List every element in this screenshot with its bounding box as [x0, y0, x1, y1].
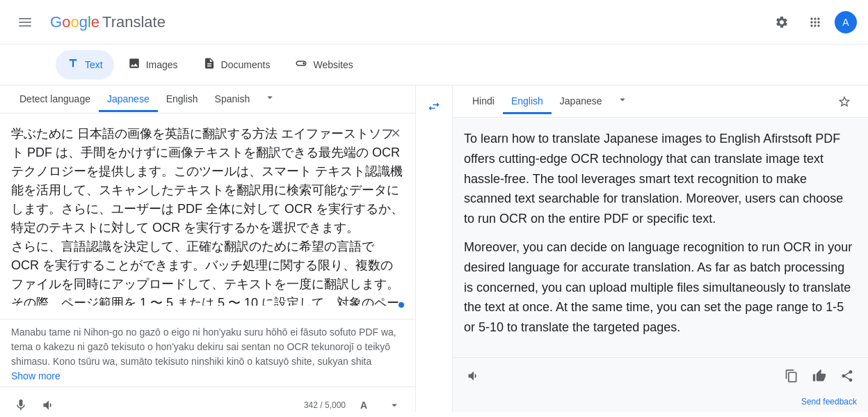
header-actions: A — [768, 8, 857, 36]
tab-text-label: Text — [85, 59, 103, 70]
japanese-source-btn[interactable]: Japanese — [99, 88, 158, 112]
output-toolbar — [453, 357, 868, 394]
transliteration-text: Manabu tame ni Nihon-go no gazō o eigo n… — [11, 326, 396, 367]
spanish-source-btn[interactable]: Spanish — [207, 88, 259, 112]
char-count: 342 / 5,000 — [304, 400, 346, 410]
apps-button[interactable] — [801, 8, 829, 36]
text-tab-icon — [67, 57, 79, 72]
transliteration-area: Manabu tame ni Nihon-go no gazō o eigo n… — [0, 319, 415, 386]
feedback-bar: Send feedback — [453, 394, 868, 412]
speaker-source-btn[interactable] — [36, 393, 61, 412]
target-lang-more-btn[interactable] — [613, 88, 632, 115]
google-logo[interactable]: Google — [50, 13, 99, 31]
star-translation-btn[interactable] — [832, 89, 857, 114]
images-tab-icon — [128, 57, 140, 72]
japanese-target-btn[interactable]: Japanese — [552, 90, 611, 114]
swap-languages-btn[interactable] — [421, 94, 447, 123]
source-area-wrapper: 学ぶために 日本語の画像を英語に翻訳する方法 エイファーストソフト PDF は、… — [0, 113, 415, 386]
more-source-options-btn[interactable] — [382, 393, 407, 412]
share-btn[interactable] — [835, 363, 860, 388]
source-panel: Detect language Japanese English Spanish… — [0, 86, 416, 412]
source-lang-more-btn[interactable] — [261, 86, 279, 113]
output-toolbar-left — [461, 363, 486, 388]
source-textarea[interactable]: 学ぶために 日本語の画像を英語に翻訳する方法 エイファーストソフト PDF は、… — [11, 125, 404, 306]
source-area: 学ぶために 日本語の画像を英語に翻訳する方法 エイファーストソフト PDF は、… — [0, 113, 415, 319]
clear-source-btn[interactable] — [385, 122, 407, 144]
documents-tab-icon — [203, 57, 216, 72]
translation-para2: Moreover, you can decide on language rec… — [464, 237, 857, 338]
header: Google Translate A — [0, 0, 868, 45]
tabs-bar: Text Images Documents Websites — [0, 45, 868, 86]
cursor-dot — [399, 302, 404, 308]
tab-documents[interactable]: Documents — [192, 50, 282, 79]
source-toolbar: 342 / 5,000 A — [0, 386, 415, 412]
tab-websites[interactable]: Websites — [284, 50, 364, 79]
source-toolbar-right: 342 / 5,000 A — [304, 393, 407, 412]
format-btn[interactable]: A — [351, 393, 376, 412]
websites-tab-icon — [295, 57, 307, 72]
hindi-target-btn[interactable]: Hindi — [464, 90, 503, 114]
english-target-btn[interactable]: English — [503, 90, 552, 114]
tab-text[interactable]: Text — [56, 50, 114, 79]
svg-rect-2 — [19, 25, 31, 26]
menu-button[interactable] — [11, 8, 39, 36]
send-feedback-link[interactable]: Send feedback — [801, 397, 857, 407]
source-lang-bar: Detect language Japanese English Spanish — [0, 86, 415, 113]
app-name: Translate — [102, 13, 166, 31]
target-panel: Hindi English Japanese To learn how to t… — [453, 86, 868, 412]
show-more-link[interactable]: Show more — [11, 370, 61, 381]
tab-websites-label: Websites — [313, 59, 353, 70]
speaker-target-btn[interactable] — [461, 363, 486, 388]
detect-language-btn[interactable]: Detect language — [11, 88, 99, 112]
english-source-btn[interactable]: English — [158, 88, 207, 112]
tab-images[interactable]: Images — [117, 50, 189, 79]
target-lang-bar: Hindi English Japanese — [453, 86, 868, 118]
copy-translation-btn[interactable] — [779, 363, 804, 388]
output-toolbar-right — [779, 363, 860, 388]
microphone-btn[interactable] — [8, 393, 33, 412]
thumbs-up-btn[interactable] — [807, 363, 832, 388]
svg-rect-1 — [19, 22, 31, 23]
main-content: Detect language Japanese English Spanish… — [0, 86, 868, 412]
avatar[interactable]: A — [835, 11, 857, 33]
source-toolbar-left — [8, 393, 61, 412]
svg-rect-0 — [19, 18, 31, 19]
settings-button[interactable] — [768, 8, 796, 36]
tab-images-label: Images — [146, 59, 178, 70]
translation-output: To learn how to translate Japanese image… — [453, 118, 868, 357]
translation-para1: To learn how to translate Japanese image… — [464, 129, 857, 229]
tab-documents-label: Documents — [221, 59, 271, 70]
